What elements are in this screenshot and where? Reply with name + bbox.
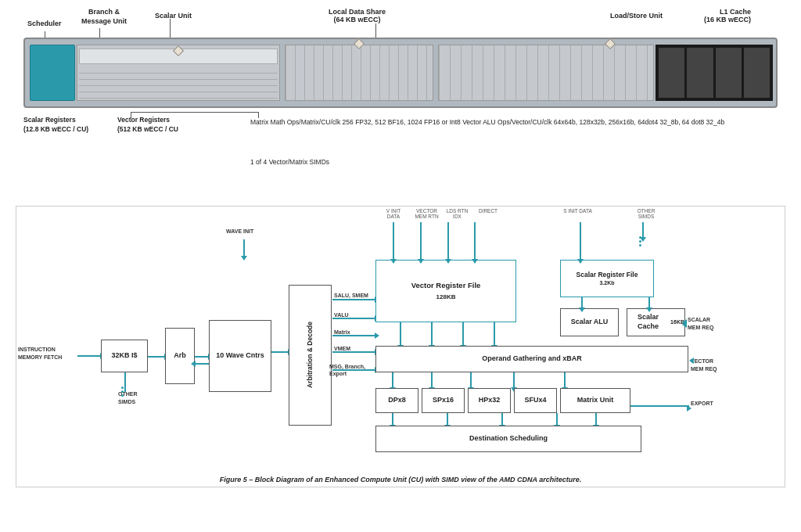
arrow-sfu-dest [556, 413, 558, 426]
arrow-operand-sp [431, 372, 433, 388]
arrow-vmem [332, 351, 375, 353]
page: Scheduler Branch &Message Unit Scalar Un… [0, 0, 801, 532]
arrow-vrf-operand2 [431, 322, 433, 346]
label-ldsrtn: LDS RTNIDX [444, 208, 471, 219]
arrow-srf-scalaralu [581, 297, 583, 308]
arrow-operand-dp [392, 372, 393, 388]
arrow-vrf-operand3 [462, 322, 464, 346]
arrow-salu [332, 299, 375, 300]
arrow-matrix-dest [595, 413, 597, 426]
arrow-hp-dest [501, 413, 503, 426]
arrow-direct-vrf [474, 222, 476, 260]
box-matrix-unit: Matrix Unit [560, 388, 630, 413]
arrow-sp-dest [447, 413, 448, 426]
box-dp: DPx8 [375, 388, 418, 413]
arrow-10wave-arbdecode [271, 351, 289, 353]
label-load-store: Load/Store Unit [610, 12, 663, 20]
label-vinit: V INITDATA [378, 208, 409, 219]
arrow-othersimds-top [642, 222, 644, 238]
box-sfu: SFUx4 [514, 388, 557, 413]
top-diagram: Scheduler Branch &Message Unit Scalar Un… [16, 8, 785, 200]
arrow-msg [332, 369, 375, 371]
arrow-ldsrtn-vrf [447, 222, 449, 260]
box-arb-decode: Arbitration & Decode [289, 285, 332, 426]
label-export: EXPORT [691, 401, 713, 406]
label-salu-smem: SALU, SMEM [334, 293, 368, 298]
arrow-other-simds-v [124, 372, 126, 392]
label-other-simds-top: OTHERSIMDS [630, 208, 662, 219]
label-l1cache: L1 Cache(16 KB wECC) [704, 8, 751, 23]
label-branch: Branch &Message Unit [81, 8, 127, 26]
label-scalar-mem-req: SCALARMEM REQ [688, 316, 713, 332]
box-vrf: Vector Register File 128KB [375, 260, 516, 322]
arrow-operand-hp [470, 372, 472, 388]
label-vector-reg: Vector Registers(512 KB wECC / CU [117, 116, 178, 135]
arrow-valu [332, 318, 375, 319]
label-wave-init: WAVE INIT [226, 228, 253, 234]
arrow-wave-init [243, 239, 245, 257]
label-vectormemrtn: VECTORMEM RTN [409, 208, 444, 219]
label-local-data: Local Data Share(64 KB wECC) [329, 8, 386, 23]
box-32kb: 32KB I$ [101, 340, 148, 372]
label-instruction: INSTRUCTIONMEMORY FETCH [18, 346, 62, 361]
arrow-10wave-arb [195, 363, 209, 365]
label-sinitdata: S INIT DATA [556, 208, 599, 214]
label-scheduler: Scheduler [27, 20, 62, 27]
box-sp: SPx16 [422, 388, 465, 413]
scheduler-box [30, 45, 75, 101]
label-direct: DIRECT [472, 208, 504, 214]
arrow-vmemrtn-vrf [420, 222, 422, 260]
label-scalar-reg: Scalar Registers(12.8 KB wECC / CU) [23, 116, 88, 135]
arrow-sinit-srf [580, 222, 581, 260]
caption: Figure 5 – Block Diagram of an Enhanced … [16, 476, 785, 483]
arrow-vinit-vrf [393, 222, 394, 260]
label-matrix-ops: Matrix Math Ops/Matrix/CU/clk 256 FP32, … [250, 117, 724, 128]
arrow-vrf-operand1 [400, 322, 401, 346]
label-scalar-unit: Scalar Unit [155, 12, 192, 20]
label-matrix: Matrix [334, 329, 350, 335]
box-dest-sched: Destination Scheduling [375, 426, 641, 452]
cu-bar [23, 38, 778, 108]
box-operand: Operand Gathering and xBAR [375, 346, 688, 372]
arrow-32kb-arb [148, 356, 165, 358]
label-valu: VALU [334, 312, 349, 318]
arrow-vrf-operand4 [494, 322, 495, 346]
box-srf: Scalar Register File 3.2Kb [560, 260, 654, 297]
arrow-operand-matrix [564, 372, 566, 388]
label-vector-mem-req: VECTORMEM REQ [691, 358, 717, 373]
label-vmem: VMEM [334, 346, 350, 351]
arrow-operand-sfu [513, 372, 515, 388]
block-diagram: V INITDATA VECTORMEM RTN LDS RTNIDX DIRE… [16, 206, 785, 487]
arrow-matrix [332, 335, 375, 336]
box-scalar-alu: Scalar ALU [560, 308, 619, 336]
box-scalar-cache: Scalar Cache 16KB [627, 308, 685, 336]
label-1of4: 1 of 4 Vector/Matrix SIMDs [250, 158, 329, 166]
box-hp: HPx32 [468, 388, 511, 413]
arrow-srf-scalarcache [648, 297, 650, 308]
arrow-dp-dest [392, 413, 393, 426]
box-10wave: 10 Wave Cntrs [209, 320, 271, 392]
arrow-arb-10wave [195, 356, 209, 358]
box-arb: Arb [165, 328, 195, 384]
arrow-instruction [77, 355, 101, 357]
